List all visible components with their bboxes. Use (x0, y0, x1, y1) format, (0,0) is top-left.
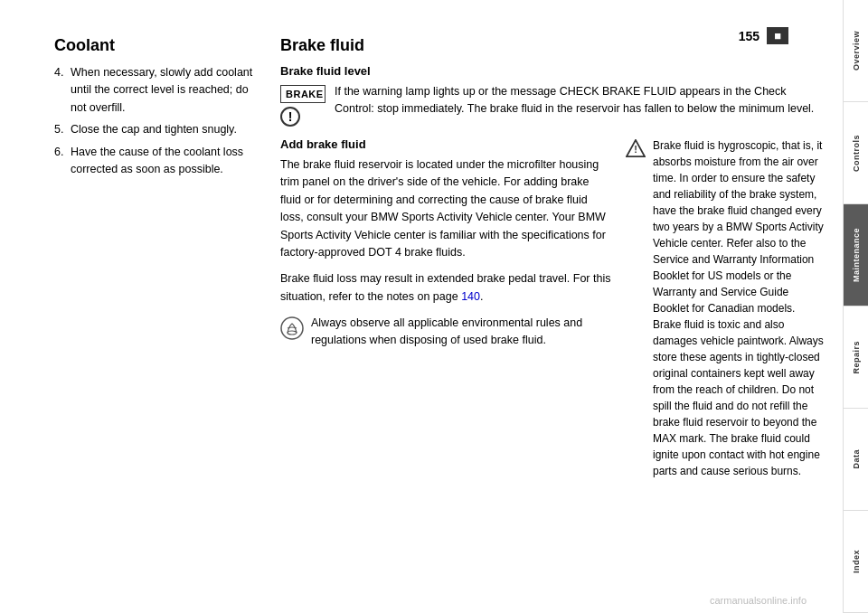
sidebar-item-repairs[interactable]: Repairs (844, 306, 868, 409)
sidebar: Overview Controls Maintenance Repairs Da… (843, 0, 868, 613)
page-number-bar: 155 ■ (739, 27, 788, 44)
sidebar-label-index: Index (852, 550, 861, 573)
svg-point-0 (281, 317, 303, 339)
list-item: 5. Close the cap and tighten snugly. (54, 121, 253, 138)
sidebar-item-overview[interactable]: Overview (844, 0, 868, 102)
coolant-list: 4. When necessary, slowly add coolant un… (54, 64, 253, 178)
list-item: 4. When necessary, slowly add coolant un… (54, 64, 253, 117)
watermark: carmanualsonline.info (710, 595, 807, 606)
brake-fluid-level-text: If the warning lamp lights up or the mes… (335, 83, 825, 119)
sidebar-label-overview: Overview (852, 31, 861, 71)
add-brake-text: The brake fluid reservoir is located und… (280, 156, 611, 261)
warning-triangle-icon: ! (626, 139, 646, 486)
list-text: Close the cap and tighten snugly. (71, 123, 237, 136)
brake-warning-panel: ! Brake fluid is hygroscopic, that is, i… (626, 137, 825, 497)
add-brake-subtitle: Add brake fluid (280, 137, 611, 151)
brake-icon-row: BRAKE ! If the warning lamp lights up or… (280, 83, 825, 127)
warning-box: ! Brake fluid is hygroscopic, that is, i… (626, 137, 825, 486)
brake-loss-link[interactable]: 140 (461, 290, 480, 303)
sidebar-label-controls: Controls (852, 135, 861, 172)
brake-fluid-level: Brake fluid level BRAKE ! If the warning… (280, 64, 825, 127)
brake-fluid-main: Add brake fluid The brake fluid reservoi… (280, 137, 611, 497)
sidebar-item-maintenance[interactable]: Maintenance (844, 204, 868, 306)
sidebar-label-repairs: Repairs (852, 341, 861, 374)
brake-label: BRAKE (280, 85, 326, 103)
list-text: When necessary, slowly add coolant until… (71, 66, 252, 114)
sidebar-item-index[interactable]: Index (844, 511, 868, 613)
warning-circle-icon: ! (280, 107, 300, 127)
svg-text:!: ! (634, 144, 637, 155)
list-num: 5. (54, 121, 63, 138)
svg-point-1 (288, 331, 297, 335)
brake-fluid-details: Add brake fluid The brake fluid reservoi… (280, 137, 825, 497)
list-item: 6. Have the cause of the coolant loss co… (54, 144, 253, 179)
coolant-section: Coolant 4. When necessary, slowly add co… (54, 36, 253, 497)
sidebar-item-controls[interactable]: Controls (844, 102, 868, 204)
brake-fluid-level-subtitle: Brake fluid level (280, 64, 825, 78)
sidebar-label-data: Data (852, 449, 861, 469)
coolant-title: Coolant (54, 36, 253, 55)
sidebar-item-data[interactable]: Data (844, 409, 868, 511)
brake-warning-text: Brake fluid is hygroscopic, that is, it … (653, 137, 825, 479)
brake-loss-text: Brake fluid loss may result in extended … (280, 270, 611, 306)
page-number: 155 (739, 29, 760, 43)
env-warning: Always observe all applicable environmen… (280, 315, 611, 357)
list-num: 6. (54, 144, 63, 161)
sidebar-label-maintenance: Maintenance (852, 228, 861, 282)
list-text: Have the cause of the coolant loss corre… (71, 146, 243, 175)
env-warning-text: Always observe all applicable environmen… (311, 315, 611, 350)
brake-fluid-section: Brake fluid Brake fluid level BRAKE ! If… (280, 36, 825, 497)
add-brake-fluid: Add brake fluid The brake fluid reservoi… (280, 137, 611, 261)
env-icon (280, 316, 304, 357)
brake-icons: BRAKE ! (280, 85, 326, 127)
brake-loss-text-before: Brake fluid loss may result in extended … (280, 272, 610, 302)
list-num: 4. (54, 64, 63, 81)
page-number-block: ■ (767, 27, 788, 44)
brake-loss-text-after: . (480, 290, 483, 303)
